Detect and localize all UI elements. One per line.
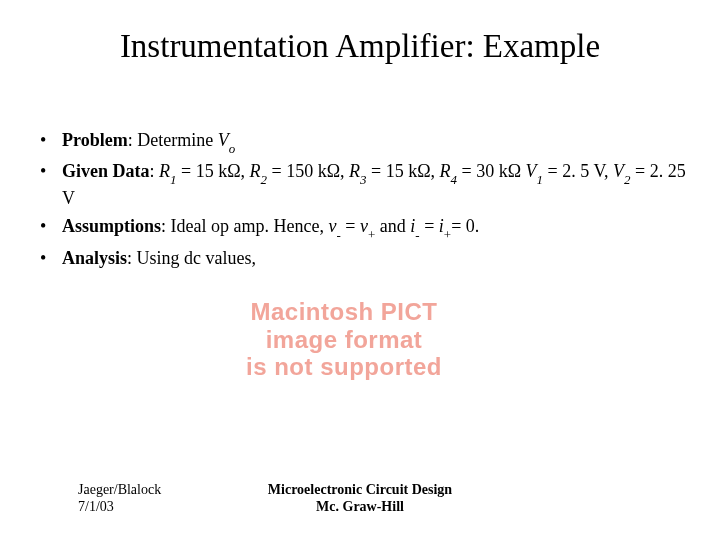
slide-title: Instrumentation Amplifier: Example (0, 28, 720, 65)
r1-sub: 1 (170, 172, 176, 187)
pict-line-2: image format (174, 326, 514, 354)
v1-sub: 1 (537, 172, 543, 187)
r2-sub: 2 (261, 172, 267, 187)
v1-val: = 2. 5 V, (543, 161, 613, 181)
label-analysis: Analysis (62, 248, 127, 268)
r3-var: R (349, 161, 360, 181)
bullet-list: Problem: Determine Vo Given Data: R1 = 1… (38, 128, 690, 270)
r3-val: = 15 kΩ, (367, 161, 440, 181)
slide-body: Problem: Determine Vo Given Data: R1 = 1… (38, 128, 690, 274)
sep: : (127, 248, 137, 268)
pict-line-1: Macintosh PICT (174, 298, 514, 326)
slide: Instrumentation Amplifier: Example Probl… (0, 0, 720, 540)
sep: : (161, 216, 171, 236)
pre: Ideal op amp. Hence, (171, 216, 329, 236)
r1-val: = 15 kΩ, (177, 161, 250, 181)
r3-sub: 3 (360, 172, 366, 187)
vminus-sub: - (337, 227, 341, 242)
label-problem: Problem (62, 130, 128, 150)
tail: = 0. (451, 216, 479, 236)
r1-var: R (159, 161, 170, 181)
vplus-sub: + (368, 227, 375, 242)
r4-var: R (440, 161, 451, 181)
bullet-problem: Problem: Determine Vo (38, 128, 690, 155)
footer-publisher: Mc. Graw-Hill (0, 499, 720, 516)
eq2: = (420, 216, 439, 236)
var-Vo-sub: o (229, 141, 235, 156)
vplus-var: v (360, 216, 368, 236)
bullet-given-data: Given Data: R1 = 15 kΩ, R2 = 150 kΩ, R3 … (38, 159, 690, 210)
var-Vo-v: V (218, 130, 229, 150)
label-given: Given Data (62, 161, 150, 181)
vminus-var: v (329, 216, 337, 236)
footer-book-title: Microelectronic Circuit Design (0, 482, 720, 499)
sep: : (128, 130, 138, 150)
v2-var: V (613, 161, 624, 181)
v2-sub: 2 (624, 172, 630, 187)
and: and (375, 216, 410, 236)
r4-sub: 4 (451, 172, 457, 187)
eq1: = (341, 216, 360, 236)
iplus-sub: + (444, 227, 451, 242)
r2-val: = 150 kΩ, (267, 161, 349, 181)
pict-placeholder: Macintosh PICT image format is not suppo… (174, 298, 514, 381)
r2-var: R (250, 161, 261, 181)
footer-center: Microelectronic Circuit Design Mc. Graw-… (0, 482, 720, 516)
bullet-assumptions: Assumptions: Ideal op amp. Hence, v- = v… (38, 214, 690, 241)
text: Determine (137, 130, 217, 150)
r4-val: = 30 kΩ (457, 161, 526, 181)
sep: : (150, 161, 160, 181)
label-assumptions: Assumptions (62, 216, 161, 236)
pict-line-3: is not supported (174, 353, 514, 381)
text: Using dc values, (137, 248, 256, 268)
iminus-sub: - (415, 227, 419, 242)
bullet-analysis: Analysis: Using dc values, (38, 246, 690, 270)
v1-var: V (526, 161, 537, 181)
